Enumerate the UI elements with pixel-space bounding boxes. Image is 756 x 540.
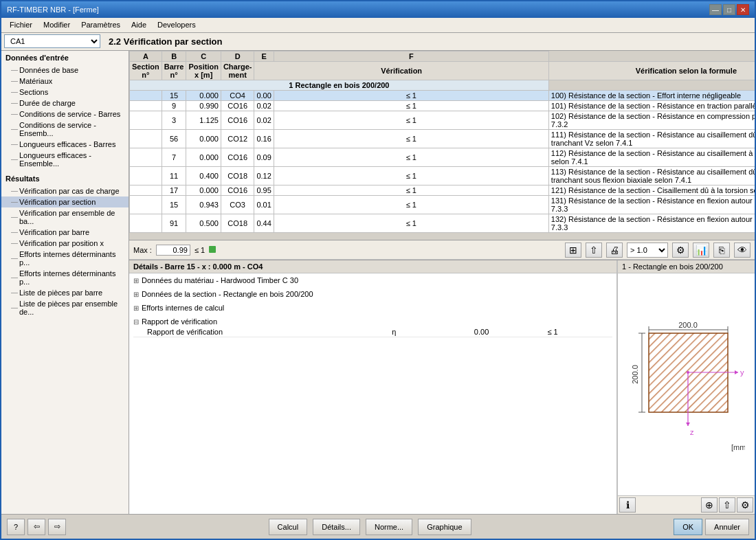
table-row[interactable]: 91 0.500 CO18 0.44 ≤ 1 132) Résistance d… — [130, 214, 755, 232]
menu-modifier[interactable]: Modifier — [38, 19, 76, 30]
sidebar-item-donnees-base[interactable]: Données de base — [1, 65, 129, 76]
col-c-header: C — [186, 51, 221, 61]
row2-leq: ≤ 1 — [274, 100, 548, 111]
max-value-input[interactable] — [156, 245, 190, 256]
menu-fichier[interactable]: Fichier — [4, 19, 38, 30]
norme-button[interactable]: Norme... — [366, 519, 412, 535]
table-row[interactable]: 17 0.000 CO16 0.95 ≤ 1 121) Résistance d… — [130, 185, 755, 195]
sidebar-item-materiaux[interactable]: Matériaux — [1, 76, 129, 87]
sidebar-item-efforts-1[interactable]: Efforts internes déterminants p... — [1, 249, 129, 268]
diagram-zoom-btn[interactable]: ⊕ — [701, 497, 718, 513]
green-ok-icon — [209, 246, 216, 254]
diagram-header: 1 - Rectangle en bois 200/200 — [618, 260, 755, 273]
maximize-button[interactable]: □ — [723, 4, 735, 15]
table-row[interactable]: 56 0.000 CO12 0.16 ≤ 1 111) Résistance d… — [130, 129, 755, 148]
sidebar-item-liste-ensemble[interactable]: Liste de pièces par ensemble de... — [1, 298, 129, 317]
table-row[interactable]: 15 0.000 CO4 0.00 ≤ 1 100) Résistance de… — [130, 90, 755, 100]
header-barre: Barre n° — [162, 61, 186, 80]
table-icon-btn2[interactable]: ⇧ — [586, 243, 602, 258]
icon-btn-3[interactable]: ⇨ — [48, 519, 66, 535]
expand-icon-1: ⊞ — [133, 277, 139, 284]
section-diagram: 1 - Rectangle en bois 200/200 200.0 — [617, 260, 755, 514]
details-col-leq: ≤ 1 — [521, 327, 584, 337]
toolbar: CA1 2.2 Vérification par section — [1, 33, 755, 51]
sidebar-item-verif-ensemble[interactable]: Vérification par ensemble de ba... — [1, 207, 129, 227]
filter-combo[interactable]: > 1.0 all > 0.5 — [627, 243, 668, 258]
expand-icon-3: ⊞ — [133, 304, 139, 312]
table-icon-btn7[interactable]: 👁 — [734, 243, 751, 258]
sidebar-item-efforts-2[interactable]: Efforts internes déterminants p... — [1, 268, 129, 287]
section-label: 1 Rectangle en bois 200/200 — [130, 80, 549, 90]
details-section-rapport[interactable]: ⊟ Rapport de vérification Rapport de vér… — [129, 315, 616, 339]
table-icon-btn6[interactable]: ⎘ — [713, 243, 730, 258]
case-combo[interactable]: CA1 — [4, 34, 100, 48]
details-row-rapport: Rapport de vérification η 0.00 ≤ 1 — [133, 327, 612, 337]
details-col-final — [584, 327, 612, 337]
table-row[interactable]: 3 1.125 CO16 0.02 ≤ 1 102) Résistance de… — [130, 111, 755, 129]
header-verification: Vérification — [254, 61, 548, 80]
sidebar-item-verif-barre[interactable]: Vérification par barre — [1, 227, 129, 238]
menu-developers[interactable]: Developers — [152, 19, 201, 30]
header-position: Position x [m] — [186, 61, 221, 80]
close-button[interactable]: ✕ — [737, 4, 749, 15]
details-section-efforts[interactable]: ⊞ Efforts internes de calcul — [129, 301, 616, 315]
bottom-split: Détails - Barre 15 - x : 0.000 m - CO4 ⊞… — [129, 260, 755, 514]
details-section-rapport-label: Rapport de vérification — [142, 317, 217, 326]
section-group-header: 1 Rectangle en bois 200/200 — [130, 80, 755, 90]
table-row[interactable]: 15 0.943 CO3 0.01 ≤ 1 131) Résistance de… — [130, 195, 755, 214]
minimize-button[interactable]: — — [709, 4, 722, 15]
right-content: A B C D E F Section n° Barre n° Position… — [129, 51, 755, 514]
details-button[interactable]: Détails... — [313, 519, 360, 535]
title-bar: RF-TIMBER NBR - [Ferme] — □ ✕ — [1, 1, 755, 18]
sidebar-item-longueurs-ensemble[interactable]: Longueurs efficaces - Ensemble... — [1, 150, 129, 169]
menu-parametres[interactable]: Paramètres — [76, 19, 126, 30]
table-icon-btn4[interactable]: ⚙ — [672, 243, 689, 258]
table-row[interactable]: 7 0.000 CO16 0.09 ≤ 1 112) Résistance de… — [130, 148, 755, 166]
col-b-header: B — [162, 51, 186, 61]
diagram-export-btn[interactable]: ⇧ — [719, 497, 735, 513]
details-section-materiau[interactable]: ⊞ Données du matériau - Hardwood Timber … — [129, 273, 616, 287]
icon-btn-2[interactable]: ⇦ — [27, 519, 45, 535]
max-leq: ≤ 1 — [194, 246, 205, 254]
sidebar-item-verif-section[interactable]: Vérification par section — [1, 196, 129, 207]
sidebar: Données d'entrée Données de base Matéria… — [1, 51, 129, 514]
expand-icon-4: ⊟ — [133, 318, 139, 326]
sidebar-item-sections[interactable]: Sections — [1, 87, 129, 98]
annuler-button[interactable]: Annuler — [705, 519, 749, 535]
ok-button[interactable]: OK — [674, 519, 702, 535]
table-icon-btn5[interactable]: 📊 — [693, 243, 709, 258]
section-title: 2.2 Vérification par section — [109, 36, 222, 47]
icon-btn-1[interactable]: ? — [7, 519, 25, 535]
table-icon-btn3[interactable]: 🖨 — [606, 243, 623, 258]
sidebar-item-verif-cas[interactable]: Vérification par cas de charge — [1, 185, 129, 196]
row1-formule: 100) Résistance de la section - Effort i… — [548, 90, 755, 100]
sidebar-item-conditions-barres[interactable]: Conditions de service - Barres — [1, 109, 129, 120]
svg-text:200.0: 200.0 — [678, 321, 698, 329]
table-icon-btn1[interactable]: ⊞ — [565, 243, 581, 258]
menu-aide[interactable]: Aide — [126, 19, 152, 30]
col-a-header: A — [130, 51, 162, 61]
max-label: Max : — [133, 246, 152, 254]
graphique-button[interactable]: Graphique — [418, 519, 471, 535]
diagram-info-btn[interactable]: ℹ — [619, 497, 636, 513]
details-section-section[interactable]: ⊞ Données de la section - Rectangle en b… — [129, 287, 616, 301]
svg-point-16 — [687, 371, 689, 374]
sidebar-item-conditions-ensemble[interactable]: Conditions de service - Ensemb... — [1, 120, 129, 139]
row1-position: 0.000 — [186, 90, 221, 100]
details-section-materiau-label: Données du matériau - Hardwood Timber C … — [142, 276, 298, 284]
main-table-area[interactable]: A B C D E F Section n° Barre n° Position… — [129, 51, 755, 240]
row2-section — [130, 100, 162, 111]
sidebar-item-liste-barre[interactable]: Liste de pièces par barre — [1, 287, 129, 298]
sidebar-item-duree-charge[interactable]: Durée de charge — [1, 98, 129, 109]
details-section-efforts-label: Efforts internes de calcul — [142, 304, 224, 312]
details-col-value: 0.00 — [415, 327, 493, 337]
table-row[interactable]: 11 0.400 CO18 0.12 ≤ 1 113) Résistance d… — [130, 166, 755, 185]
sidebar-item-verif-position[interactable]: Vérification par position x — [1, 238, 129, 249]
row2-chargement: CO16 — [221, 100, 254, 111]
col-f-header: F — [274, 51, 548, 61]
sidebar-item-longueurs-barres[interactable]: Longueurs efficaces - Barres — [1, 139, 129, 150]
diagram-settings-btn[interactable]: ⚙ — [737, 497, 753, 513]
col-d-header: D — [221, 51, 254, 61]
calcul-button[interactable]: Calcul — [269, 519, 308, 535]
table-row[interactable]: 9 0.990 CO16 0.02 ≤ 1 101) Résistance de… — [130, 100, 755, 111]
